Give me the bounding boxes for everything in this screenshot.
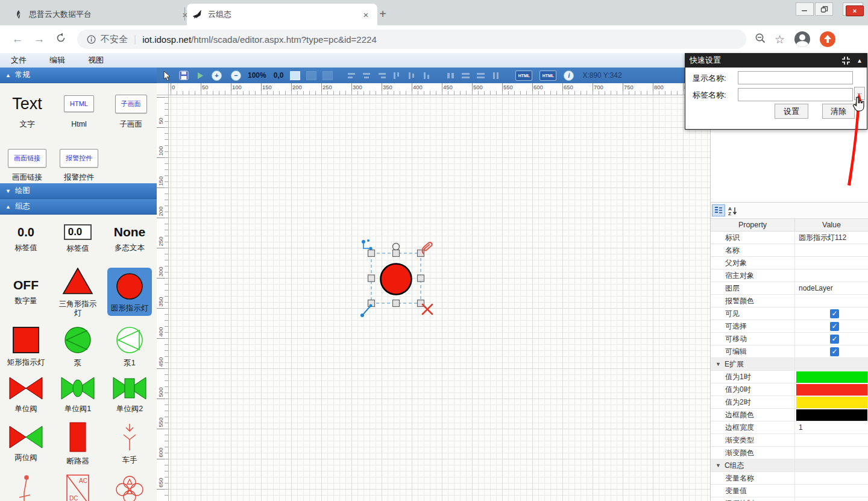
property-row[interactable]: 边框颜色 xyxy=(711,409,868,421)
palette-item-screen-link[interactable]: 画面链接 画面链接 xyxy=(2,147,52,182)
browser-tab-active[interactable]: 云组态 × xyxy=(187,4,377,25)
zoom-out-button[interactable]: − xyxy=(231,71,241,81)
property-row[interactable]: 可见✓ xyxy=(711,307,868,320)
palette-item-rect-indicator[interactable]: 矩形指示灯 xyxy=(1,322,51,371)
palette-section-general[interactable]: ▲ 常规 xyxy=(0,68,157,83)
palette-item-html[interactable]: HTML Html xyxy=(54,92,104,129)
checkbox-checked[interactable]: ✓ xyxy=(830,335,839,344)
property-row[interactable]: 渐变颜色 xyxy=(711,447,868,459)
palette-item-triangle-indicator[interactable]: 三角形指示灯 xyxy=(53,262,102,322)
browser-tab-inactive[interactable]: 思普云大数据平台 × xyxy=(8,4,197,25)
property-row[interactable]: 变量名称 xyxy=(711,472,868,485)
property-row[interactable]: 变量值 xyxy=(711,485,868,497)
collapse-panel-icon[interactable]: ▲ xyxy=(857,57,863,64)
reload-button[interactable] xyxy=(54,33,68,46)
property-row[interactable]: 标识圆形指示灯112 xyxy=(711,232,868,244)
property-value[interactable]: 圆形指示灯112 xyxy=(799,233,846,243)
dock-icon[interactable] xyxy=(841,56,851,65)
menu-file[interactable]: 文件 xyxy=(11,55,27,66)
zoom-out-page-icon[interactable] xyxy=(755,33,766,46)
menu-edit[interactable]: 编辑 xyxy=(49,55,65,66)
property-row[interactable]: 可移动✓ xyxy=(711,333,868,345)
browser-update-icon[interactable] xyxy=(820,31,835,47)
palette-item-knife-switch[interactable]: 刀闸 xyxy=(1,469,51,501)
palette-item-multistate-text[interactable]: None 多态文本 xyxy=(105,216,154,262)
palette-item-tag-value-boxed[interactable]: 0.0 标签值 xyxy=(53,216,102,262)
alphabetical-sort-button[interactable]: A Z xyxy=(726,204,740,216)
color-swatch[interactable] xyxy=(796,397,867,408)
palette-item-alarm-control[interactable]: 报警控件 报警控件 xyxy=(54,147,104,182)
zoom-in-button[interactable]: + xyxy=(212,71,222,81)
palette-section-drawing[interactable]: ▼ 绘图 xyxy=(0,183,157,199)
palette-item-valve1[interactable]: 单位阀1 xyxy=(53,371,102,418)
color-swatch[interactable] xyxy=(796,384,867,395)
property-row[interactable]: 父对象 xyxy=(711,257,868,269)
canvas-settings-icon[interactable] xyxy=(290,71,300,80)
back-button[interactable]: ← xyxy=(11,33,24,46)
categorized-view-button[interactable] xyxy=(712,204,725,216)
palette-item-pump[interactable]: 泵 xyxy=(53,322,102,371)
property-group-row[interactable]: ▼E扩展 xyxy=(711,358,868,371)
palette-item-valve[interactable]: 单位阀 xyxy=(1,371,51,418)
property-row[interactable]: 边框宽度1 xyxy=(711,421,868,434)
checkbox-checked[interactable]: ✓ xyxy=(830,322,839,331)
property-row[interactable]: 值为2时 xyxy=(711,396,868,409)
property-row[interactable]: 图层nodeLayer xyxy=(711,282,868,295)
connector-tool-icon[interactable] xyxy=(362,239,373,250)
link-line-icon[interactable] xyxy=(360,304,372,317)
new-tab-button[interactable]: + xyxy=(375,6,391,22)
property-row[interactable]: 可编辑✓ xyxy=(711,345,868,358)
profile-avatar[interactable] xyxy=(794,31,810,47)
menu-view[interactable]: 视图 xyxy=(88,55,104,66)
quick-settings-header[interactable]: 快速设置 ▲ xyxy=(685,53,867,68)
checkbox-checked[interactable]: ✓ xyxy=(830,347,839,356)
palette-item-circle-indicator[interactable]: 圆形指示灯 xyxy=(105,262,154,322)
rotate-handle[interactable] xyxy=(393,244,400,250)
clear-button[interactable]: 清除 xyxy=(822,104,855,119)
display-name-input[interactable] xyxy=(738,71,853,84)
palette-item-pump1[interactable]: 泵1 xyxy=(105,322,154,371)
circle-indicator-object[interactable] xyxy=(381,264,412,295)
palette-item-digital[interactable]: OFF 数字量 xyxy=(1,262,51,322)
property-group-row[interactable]: ▼C组态 xyxy=(711,459,868,472)
info-icon[interactable] xyxy=(87,35,96,44)
forward-button[interactable]: → xyxy=(33,33,46,46)
color-swatch[interactable] xyxy=(796,409,867,421)
property-row[interactable]: 名称 xyxy=(711,244,868,257)
bookmark-star-icon[interactable]: ☆ xyxy=(775,33,785,46)
set-button[interactable]: 设置 xyxy=(775,104,808,119)
palette-item-two-way-valve[interactable]: 两位阀 xyxy=(1,418,51,469)
delete-icon[interactable] xyxy=(423,304,432,314)
tag-browse-button[interactable]: ... xyxy=(854,87,865,100)
save-button[interactable] xyxy=(179,71,189,80)
url-field[interactable]: 不安全 | iot.idosp.net/html/scada/editor.as… xyxy=(77,30,746,49)
property-row[interactable]: 远程控制 xyxy=(711,497,868,501)
checkbox-checked[interactable]: ✓ xyxy=(830,309,839,318)
tab-close-icon[interactable]: × xyxy=(360,10,371,20)
property-row[interactable]: 报警颜色 xyxy=(711,295,868,307)
palette-item-breaker[interactable]: 断路器 xyxy=(53,418,102,469)
palette-item-subscreen[interactable]: 子画面 子画面 xyxy=(106,92,156,129)
property-row[interactable]: 宿主对象 xyxy=(711,269,868,282)
palette-item-text[interactable]: Text 文字 xyxy=(2,92,52,129)
property-row[interactable]: 渐变类型 xyxy=(711,434,868,447)
property-value[interactable]: 1 xyxy=(799,423,803,432)
palette-item-valve2[interactable]: 单位阀2 xyxy=(105,371,154,418)
palette-item-pantograph[interactable]: 车手 xyxy=(105,418,154,469)
info-button[interactable]: i xyxy=(564,71,574,81)
property-row[interactable]: 值为0时 xyxy=(711,383,868,396)
property-column-header[interactable]: Property xyxy=(711,219,795,231)
design-canvas[interactable] xyxy=(169,95,710,501)
property-row[interactable]: 可选择✓ xyxy=(711,320,868,333)
palette-section-scada[interactable]: ▲ 组态 xyxy=(0,199,157,215)
collapse-triangle-icon[interactable]: ▼ xyxy=(715,361,721,367)
export-html2-button[interactable]: HTML xyxy=(539,71,556,81)
window-minimize-button[interactable] xyxy=(796,2,814,16)
palette-item-tag-value[interactable]: 0.0 标签值 xyxy=(1,216,51,262)
palette-item-pt[interactable]: PT xyxy=(105,469,154,501)
property-value[interactable]: nodeLayer xyxy=(799,284,833,292)
window-restore-button[interactable] xyxy=(815,2,833,16)
tag-name-input[interactable] xyxy=(738,88,853,101)
color-swatch[interactable] xyxy=(796,371,867,383)
value-column-header[interactable]: Value xyxy=(795,219,868,231)
